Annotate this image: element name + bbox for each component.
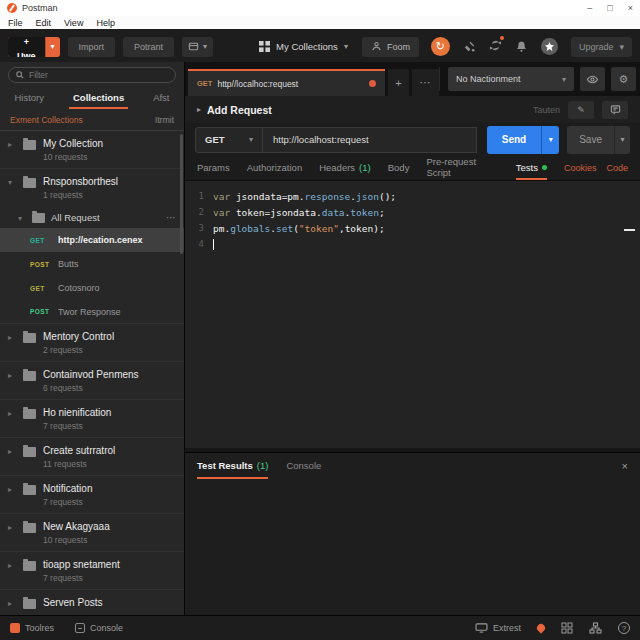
- request-item[interactable]: POST Twor Response: [0, 300, 184, 324]
- display-icon: [475, 623, 488, 633]
- console-button[interactable]: Console: [75, 623, 123, 633]
- send-button[interactable]: Send: [487, 126, 541, 154]
- bootcamp-button[interactable]: Extrest: [475, 623, 521, 633]
- request-item[interactable]: GET Cotosnoro: [0, 276, 184, 300]
- chevron-right-icon[interactable]: ▸: [8, 140, 16, 162]
- code-text: var jsondata=pm.response.json();: [213, 191, 396, 202]
- location-pin-icon[interactable]: [535, 622, 546, 633]
- chevron-right-icon[interactable]: ▸: [8, 409, 16, 431]
- folder-icon: [23, 333, 36, 343]
- open-window-button[interactable]: ▾: [182, 37, 213, 57]
- toolbox-icon: [10, 623, 20, 633]
- collection-item[interactable]: ▸ Serven Posts Linmanagement: [0, 590, 184, 615]
- request-item-selected[interactable]: GET http://ecation.cenex: [0, 228, 184, 252]
- close-button[interactable]: ×: [628, 4, 633, 13]
- code-line: 2 var token=jsondata.data.token;: [185, 204, 640, 220]
- environment-selector[interactable]: No Nactionment ▾: [448, 67, 574, 91]
- tab-body[interactable]: Body: [388, 156, 410, 180]
- tab-history[interactable]: History: [10, 87, 48, 109]
- tab-prerequest-script[interactable]: Pre-request Script: [426, 156, 498, 180]
- save-button[interactable]: Save: [567, 126, 614, 154]
- filter-input[interactable]: [29, 70, 168, 80]
- chevron-right-icon[interactable]: ▸: [8, 447, 16, 469]
- subheader-left-link[interactable]: Exment Collections: [10, 115, 83, 125]
- tab-params[interactable]: Params: [197, 156, 230, 180]
- collection-item[interactable]: ▾ Rnsponsborthesl 1 requests: [0, 169, 184, 206]
- new-tab-button[interactable]: +: [388, 69, 409, 96]
- request-header-row: ▸ Add Request Tauten ✎: [185, 96, 640, 123]
- tab-apis[interactable]: Afst: [149, 87, 173, 109]
- runner-button[interactable]: Potrant: [123, 37, 174, 57]
- chevron-down-icon[interactable]: ▾: [18, 214, 26, 223]
- upgrade-button[interactable]: Upgrade ▾: [571, 37, 632, 57]
- close-panel-icon[interactable]: ×: [622, 460, 628, 472]
- tab-authorization[interactable]: Authorization: [247, 156, 302, 180]
- tab-options-button[interactable]: ⋯: [412, 69, 439, 96]
- bootcamp-label: Extrest: [493, 623, 521, 633]
- maximize-button[interactable]: □: [607, 4, 612, 13]
- collection-name: My Collection: [43, 138, 103, 149]
- tab-headers[interactable]: Headers (1): [319, 156, 371, 180]
- chevron-right-icon[interactable]: ▸: [8, 599, 16, 615]
- url-input[interactable]: [263, 127, 477, 153]
- new-button[interactable]: +Uwe ▾: [8, 37, 60, 57]
- menu-file[interactable]: File: [8, 18, 23, 28]
- collection-item[interactable]: ▸ Mentory Control 2 requests: [0, 324, 184, 362]
- chevron-right-icon[interactable]: ▸: [8, 561, 16, 583]
- request-tab-active[interactable]: GET http//localhoc:request: [188, 69, 385, 96]
- team-button[interactable]: Foom: [362, 37, 419, 57]
- tab-method-label: GET: [197, 79, 212, 88]
- collection-name: Ho nienification: [43, 407, 111, 418]
- send-options-button[interactable]: ▾: [541, 126, 559, 154]
- results-panel-header: Test Results (1) Console ×: [185, 452, 640, 479]
- workspace-switcher[interactable]: My Collections ▾: [259, 41, 348, 52]
- menu-edit[interactable]: Edit: [36, 18, 52, 28]
- import-button[interactable]: Import: [68, 37, 116, 57]
- tab-collections[interactable]: Collections: [69, 87, 128, 109]
- tab-console[interactable]: Console: [286, 453, 321, 479]
- collection-item[interactable]: ▸ tioapp snetament 7 requests: [0, 552, 184, 590]
- bell-icon[interactable]: [515, 40, 528, 53]
- satellite-icon[interactable]: [463, 40, 476, 53]
- subheader-right-link[interactable]: Itrmit: [155, 115, 174, 125]
- environment-preview-button[interactable]: [580, 67, 605, 91]
- settings-button[interactable]: ⚙: [611, 67, 636, 91]
- minimize-button[interactable]: –: [587, 4, 592, 13]
- chevron-right-icon[interactable]: ▸: [8, 333, 16, 355]
- chevron-right-icon[interactable]: ▸: [8, 523, 16, 545]
- code-link[interactable]: Code: [606, 163, 628, 173]
- chevron-right-icon[interactable]: ▸: [8, 371, 16, 393]
- collection-item[interactable]: ▸ New Akagyaaa 10 requests: [0, 514, 184, 552]
- tab-test-results[interactable]: Test Results (1): [197, 453, 268, 479]
- help-icon[interactable]: ?: [618, 622, 630, 634]
- edit-button[interactable]: ✎: [568, 101, 594, 119]
- folder-item[interactable]: ▾ All Request ⋯: [0, 206, 184, 228]
- toolbox-button[interactable]: Toolres: [10, 623, 54, 633]
- cookies-link[interactable]: Cookies: [564, 163, 597, 173]
- sync-status-button[interactable]: ↻: [431, 37, 450, 56]
- collection-item[interactable]: ▸ Create sutrratrol 11 requests: [0, 438, 184, 476]
- collection-item[interactable]: ▸ Ho nienification 7 requests: [0, 400, 184, 438]
- network-icon[interactable]: [589, 622, 602, 634]
- comments-button[interactable]: [602, 101, 628, 119]
- save-options-button[interactable]: ▾: [614, 126, 630, 154]
- chevron-down-icon[interactable]: ▾: [8, 178, 16, 200]
- request-item[interactable]: POST Butts: [0, 252, 184, 276]
- chevron-right-icon[interactable]: ▸: [8, 485, 16, 507]
- tab-tests[interactable]: Tests: [516, 156, 547, 180]
- collection-item[interactable]: ▸ My Collection 10 requests: [0, 131, 184, 169]
- collection-item[interactable]: ▸ Containvod Penmens 6 requests: [0, 362, 184, 400]
- ellipsis-menu-icon[interactable]: ⋯: [166, 212, 176, 223]
- method-selector[interactable]: GET ▾: [195, 127, 263, 153]
- new-caret-button[interactable]: ▾: [45, 37, 60, 57]
- sidebar-scrollbar[interactable]: [180, 134, 183, 254]
- collection-item[interactable]: ▸ Notification 7 requests: [0, 476, 184, 514]
- menu-help[interactable]: Help: [96, 18, 115, 28]
- filter-search-box[interactable]: [8, 67, 176, 83]
- tests-code-editor[interactable]: 1 var jsondata=pm.response.json(); 2 var…: [185, 181, 640, 452]
- menu-view[interactable]: View: [64, 18, 83, 28]
- avatar[interactable]: [541, 38, 558, 55]
- chevron-right-icon[interactable]: ▸: [197, 105, 201, 114]
- sync-arrows-button[interactable]: [489, 38, 502, 56]
- grid-view-icon[interactable]: [561, 622, 573, 634]
